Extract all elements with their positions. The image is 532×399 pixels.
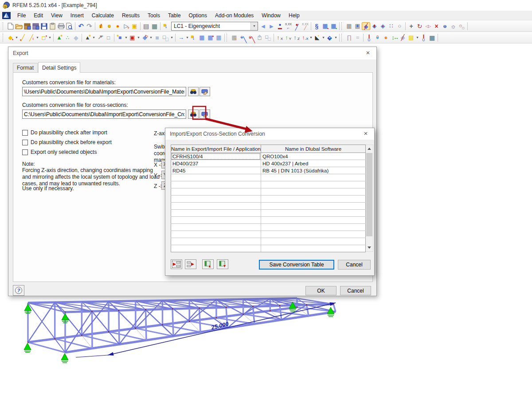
result-deform-icon[interactable]: ↕↔ bbox=[390, 34, 399, 42]
cell-dlubal[interactable]: HD 400x237 | Arbed bbox=[261, 160, 365, 167]
load-direction-icon[interactable]: ■↓ bbox=[162, 22, 170, 30]
cell-app[interactable]: RD45 bbox=[171, 167, 261, 174]
table-row-empty[interactable] bbox=[171, 196, 366, 203]
zoom-region-icon[interactable]: ●◻ bbox=[105, 22, 113, 30]
plane-xz-icon[interactable]: ◆● bbox=[379, 22, 387, 30]
table-row-empty[interactable] bbox=[171, 181, 366, 188]
generate-load-icon[interactable]: ■↓ bbox=[189, 34, 198, 42]
ok-button[interactable]: OK bbox=[305, 286, 336, 295]
cell-app[interactable]: CFRHS100/4 bbox=[171, 153, 261, 160]
rotate-mode-icon[interactable]: ↻ bbox=[415, 22, 424, 30]
menu-edit[interactable]: Edit bbox=[30, 11, 47, 20]
table-scrollbar[interactable] bbox=[366, 145, 373, 252]
export-table-button[interactable] bbox=[217, 259, 228, 269]
fe-mesh-1-icon[interactable]: ▦ bbox=[198, 34, 206, 42]
microscope-icon[interactable]: ◣▪ bbox=[313, 34, 321, 42]
edit-pen-icon[interactable]: ■/ bbox=[97, 22, 105, 30]
table-row-empty[interactable] bbox=[171, 217, 366, 224]
result-table-icon[interactable]: ▦ bbox=[428, 34, 436, 42]
table-row-empty[interactable] bbox=[171, 245, 366, 252]
line-icon[interactable]: ╱● bbox=[19, 34, 27, 42]
toolbar-grip[interactable] bbox=[227, 34, 229, 42]
result-lens-icon[interactable]: ●∩ bbox=[373, 34, 382, 42]
delete-icon[interactable]: × bbox=[432, 22, 441, 30]
dropdown-caret[interactable]: ▾ bbox=[137, 35, 141, 39]
load-case-combo[interactable]: LC1 - Eigengewicht ▾ bbox=[171, 22, 258, 31]
conversion-cancel-button[interactable]: Cancel bbox=[338, 260, 371, 270]
combo-caret-icon[interactable]: ▾ bbox=[250, 22, 258, 30]
node-icon[interactable]: ◆● bbox=[6, 34, 15, 42]
table-row-empty[interactable] bbox=[171, 188, 366, 196]
isolate-icon[interactable]: ◆■ bbox=[325, 34, 334, 42]
export-project-icon[interactable] bbox=[31, 22, 40, 30]
table-row-empty[interactable] bbox=[171, 210, 366, 217]
clamp-icon[interactable]: § bbox=[313, 22, 321, 30]
plane-yz-icon[interactable]: ◆▮ bbox=[370, 22, 379, 30]
table-list-icon[interactable]: ▤ bbox=[142, 22, 150, 30]
view-cubes-icon[interactable]: ◻◻ bbox=[264, 34, 272, 42]
support-icon[interactable]: ▲★ bbox=[83, 34, 92, 42]
cell-dlubal[interactable]: RB 45 | DIN 1013 (Südafrika) bbox=[261, 167, 365, 174]
scroll-up-icon[interactable] bbox=[366, 145, 373, 152]
rotate-view-icon[interactable]: ◆↻ bbox=[141, 34, 149, 42]
toolbar-grip[interactable] bbox=[3, 34, 5, 42]
insert-row-button[interactable] bbox=[171, 259, 182, 269]
sections-file-input[interactable] bbox=[22, 110, 186, 119]
surface-points-icon[interactable]: ∴ bbox=[63, 34, 72, 42]
surface-icon[interactable]: ◆ bbox=[72, 34, 80, 42]
import-project-icon[interactable] bbox=[23, 22, 31, 30]
polyline-icon[interactable]: ◻● bbox=[39, 34, 48, 42]
clipboard-icon[interactable] bbox=[48, 22, 57, 30]
result-plane-icon[interactable]: ◆╱ bbox=[399, 34, 407, 42]
panels-icon[interactable]: ▤ bbox=[407, 34, 415, 42]
menu-options[interactable]: Options bbox=[185, 11, 211, 20]
cell-app[interactable]: HD400/237 bbox=[171, 160, 261, 167]
column-header-application[interactable]: Name in Export/Import File / Application bbox=[171, 145, 261, 153]
zoom-point-icon[interactable]: ●● bbox=[113, 22, 122, 30]
menu-results[interactable]: Results bbox=[118, 11, 144, 20]
box-select-icon[interactable]: ▣ bbox=[128, 34, 137, 42]
tab-detail-settings[interactable]: Detail Settings bbox=[38, 62, 80, 73]
select-window-icon[interactable]: □ bbox=[104, 34, 113, 42]
menu-calculate[interactable]: Calculate bbox=[88, 11, 118, 20]
edit-sections-button[interactable] bbox=[200, 110, 210, 119]
undo-icon[interactable]: ↶ bbox=[77, 22, 85, 30]
toolbar-grip[interactable] bbox=[341, 22, 344, 30]
show-result-values-icon[interactable]: X.XX╱ bbox=[301, 22, 309, 30]
table-row-empty[interactable] bbox=[171, 231, 366, 238]
browse-materials-button[interactable] bbox=[188, 87, 199, 96]
menu-tools[interactable]: Tools bbox=[144, 11, 164, 20]
new-window-icon[interactable]: ▣ bbox=[130, 22, 139, 30]
menu-help[interactable]: Help bbox=[285, 11, 304, 20]
import-table-button[interactable] bbox=[202, 259, 214, 269]
renumber-all-icon[interactable]: ▦● bbox=[329, 22, 338, 30]
zoom-out-icon[interactable]: ○×╲ bbox=[247, 34, 255, 42]
cell-dlubal[interactable]: QRO100x4 bbox=[261, 153, 365, 160]
grid-points-icon[interactable]: ∷ bbox=[387, 22, 395, 30]
toolbar-grip[interactable] bbox=[341, 34, 344, 42]
move-icon[interactable]: → bbox=[177, 34, 185, 42]
draw-surfaces-icon[interactable]: ≈ bbox=[353, 34, 362, 42]
table-row-empty[interactable] bbox=[171, 174, 366, 181]
material-icon[interactable]: ▲★ bbox=[55, 34, 63, 42]
result-beam-2-icon[interactable]: I∪ bbox=[419, 34, 428, 42]
open-folder-icon[interactable] bbox=[15, 22, 23, 30]
materials-file-input[interactable] bbox=[22, 87, 186, 96]
table-row-empty[interactable] bbox=[171, 224, 366, 231]
fe-mesh-2-icon[interactable]: ▦▲ bbox=[206, 34, 215, 42]
save-icon[interactable] bbox=[40, 22, 48, 30]
dropdown-caret[interactable]: ▾ bbox=[415, 35, 419, 39]
menu-file[interactable]: File bbox=[13, 11, 30, 20]
redo-icon[interactable]: ↷ bbox=[85, 22, 94, 30]
load-nxx-icon[interactable]: ↗xx bbox=[96, 34, 104, 42]
new-file-icon[interactable] bbox=[6, 22, 15, 30]
table-row[interactable]: RD45RB 45 | DIN 1013 (Südafrika) bbox=[171, 167, 366, 174]
table-row[interactable]: CFRHS100/4QRO100x4 bbox=[171, 153, 366, 160]
help-button[interactable]: ? bbox=[13, 285, 24, 296]
menu-table[interactable]: Table bbox=[164, 11, 185, 20]
table-row[interactable]: HD400/237HD 400x237 | Arbed bbox=[171, 160, 366, 167]
next-load-case-icon[interactable]: ▶ bbox=[267, 22, 276, 30]
toolbar-grip[interactable] bbox=[3, 22, 5, 30]
line-divide-icon[interactable]: ╱I bbox=[27, 34, 35, 42]
plausibility-after-import-checkbox[interactable] bbox=[22, 130, 28, 136]
